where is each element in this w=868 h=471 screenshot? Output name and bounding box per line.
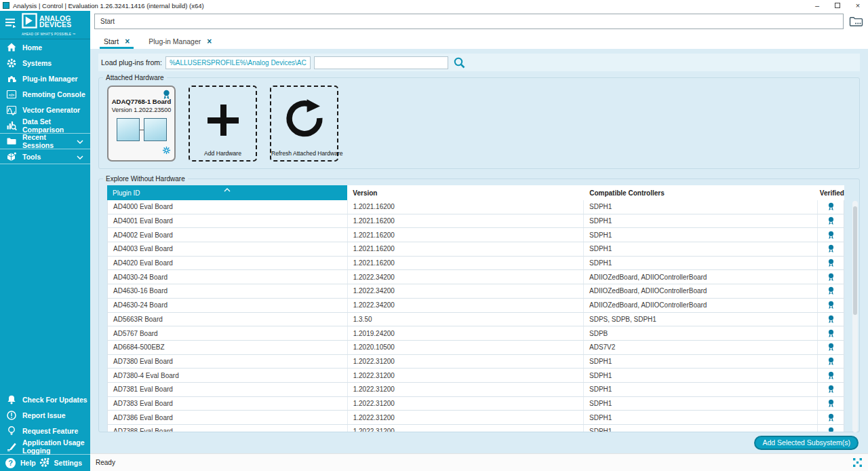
hamburger-menu-icon[interactable] xyxy=(4,17,18,31)
table-row[interactable]: AD6684-500EBZ 1.2020.10500 ADS7V2 xyxy=(107,341,844,355)
column-label: Plugin ID xyxy=(113,189,140,197)
sidebar-item-check-for-updates[interactable]: Check For Updates xyxy=(0,392,90,407)
sidebar-item-report-issue[interactable]: Report Issue xyxy=(0,407,90,423)
column-header-verified[interactable]: Verified xyxy=(818,185,844,200)
table-row[interactable]: AD7383 Eval Board 1.2022.31200 SDPH1 xyxy=(107,397,844,411)
verified-badge xyxy=(818,257,844,270)
sidebar-item-systems[interactable]: Systems xyxy=(0,55,90,71)
column-label: Version xyxy=(353,189,377,197)
cell-version: 1.2022.31200 xyxy=(348,369,584,382)
cell-controllers: SDPH1 xyxy=(584,242,818,256)
sidebar-item-request-feature[interactable]: Request Feature xyxy=(0,423,90,438)
table-row[interactable]: AD5767 Board 1.2019.24200 SDPB xyxy=(107,326,844,341)
sidebar-item-label: Vector Generator xyxy=(22,106,80,114)
cell-version: 1.2022.31200 xyxy=(348,397,584,411)
column-header-plugin-id[interactable]: Plugin ID xyxy=(107,185,347,200)
app-window: Analysis | Control | Evaluation 1.26.324… xyxy=(0,0,868,471)
add-hardware-label: Add Hardware xyxy=(190,150,256,157)
logging-pen-icon xyxy=(5,440,17,452)
search-button[interactable] xyxy=(453,56,466,69)
sidebar-item-vector-generator[interactable]: Vector Generator xyxy=(0,102,90,117)
table-row[interactable]: AD4020 Eval Board 1.2021.16200 SDPH1 xyxy=(107,257,844,271)
browse-folder-button[interactable] xyxy=(848,14,864,29)
verified-ribbon-icon xyxy=(827,286,835,295)
device-chips-graphic xyxy=(108,118,174,141)
cell-plugin-id: AD4030-24 Board xyxy=(108,270,348,284)
verified-ribbon-icon xyxy=(827,216,835,225)
minimize-button[interactable]: – xyxy=(807,0,827,11)
chart-magnifier-icon xyxy=(5,119,17,131)
refresh-attached-hardware-card[interactable]: Refresh Attached Hardware xyxy=(270,86,338,162)
resize-grip-icon[interactable] xyxy=(852,457,863,468)
sort-ascending-icon xyxy=(224,186,231,193)
close-icon[interactable]: × xyxy=(207,38,212,45)
table-row[interactable]: AD4630-24 Board 1.2022.34200 ADIIOZedBoa… xyxy=(107,299,844,313)
sidebar-item-label: Check For Updates xyxy=(22,396,87,404)
column-header-version[interactable]: Version xyxy=(347,185,584,200)
sidebar-item-data-set-comparison[interactable]: Data Set Comparison xyxy=(0,117,90,133)
table-row[interactable]: AD4630-16 Board 1.2022.34200 ADIIOZedBoa… xyxy=(107,284,844,299)
sidebar-item-application-usage-logging[interactable]: Application Usage Logging xyxy=(0,438,90,454)
verified-ribbon-icon xyxy=(827,244,835,253)
sidebar-item-plugin-manager[interactable]: Plug-in Manager xyxy=(0,71,90,86)
plugins-path-input[interactable] xyxy=(165,56,311,69)
breadcrumb-bar: Start xyxy=(90,11,868,31)
table-row[interactable]: AD7386 Eval Board 1.2022.31200 SDPH1 xyxy=(107,411,844,425)
help-button[interactable]: ? Help xyxy=(0,458,36,468)
explore-section-label: Explore Without Hardware xyxy=(103,175,188,183)
home-icon xyxy=(5,41,17,53)
table-row[interactable]: AD7388 Eval Board 1.2022.31200 SDPH1 xyxy=(107,425,844,432)
table-row[interactable]: AD5663R Board 1.3.50 SDPS, SDPB, SDPH1 xyxy=(107,313,844,327)
table-row[interactable]: AD4001 Eval Board 1.2021.16200 SDPH1 xyxy=(107,214,844,229)
plugins-filter-input[interactable] xyxy=(314,56,448,69)
verified-ribbon-icon xyxy=(827,301,835,309)
cell-controllers: SDPH1 xyxy=(584,257,818,270)
table-row[interactable]: AD4002 Eval Board 1.2021.16200 SDPH1 xyxy=(107,228,844,242)
table-scrollbar[interactable] xyxy=(852,201,858,432)
scrollbar-thumb[interactable] xyxy=(853,206,857,315)
add-hardware-card[interactable]: Add Hardware xyxy=(189,86,257,162)
device-card-version: Version 1.2022.23500 xyxy=(108,107,174,113)
table-row[interactable]: AD4000 Eval Board 1.2021.16200 SDPH1 xyxy=(107,200,844,214)
verified-badge xyxy=(818,214,844,228)
verified-ribbon-icon xyxy=(827,329,835,338)
table-row[interactable]: AD7381 Eval Board 1.2022.31200 SDPH1 xyxy=(107,383,844,397)
window-title: Analysis | Control | Evaluation 1.26.324… xyxy=(13,2,204,10)
load-plugins-label: Load plug-ins from: xyxy=(101,58,162,67)
code-console-icon: </> xyxy=(5,88,17,100)
table-row[interactable]: AD4030-24 Board 1.2022.34200 ADIIOZedBoa… xyxy=(107,270,844,284)
column-label: Verified xyxy=(820,189,844,197)
tab-plugin-manager[interactable]: Plug-in Manager × xyxy=(144,37,216,49)
attached-hardware-section: Attached Hardware ADAQ7768-1 Board Versi… xyxy=(98,74,860,169)
verified-ribbon-icon xyxy=(827,399,835,408)
settings-button[interactable]: Settings xyxy=(39,457,90,470)
table-row[interactable]: AD4003 Eval Board 1.2021.16200 SDPH1 xyxy=(107,242,844,257)
restore-button[interactable] xyxy=(827,0,848,11)
sidebar-item-label: Recent Sessions xyxy=(22,133,77,149)
device-card-adaq7768-1[interactable]: ADAQ7768-1 Board Version 1.2022.23500 xyxy=(107,86,176,162)
table-row[interactable]: AD7380 Eval Board 1.2022.31200 SDPH1 xyxy=(107,355,844,369)
refresh-icon xyxy=(285,98,324,140)
sidebar-item-recent-sessions[interactable]: Recent Sessions xyxy=(0,133,90,149)
close-button[interactable]: × xyxy=(848,0,868,11)
sidebar-item-tools[interactable]: Tools xyxy=(0,149,90,164)
explore-without-hardware-section: Explore Without Hardware Plugin ID Versi… xyxy=(98,175,860,432)
add-selected-subsystems-button[interactable]: Add Selected Subsystem(s) xyxy=(754,436,859,450)
sidebar-item-label: Remoting Console xyxy=(22,90,85,98)
lightbulb-icon xyxy=(5,425,17,436)
cell-version: 1.2020.10500 xyxy=(348,341,584,354)
cell-version: 1.2021.16200 xyxy=(348,228,584,242)
tab-start[interactable]: Start × xyxy=(100,37,134,49)
column-header-compatible-controllers[interactable]: Compatible Controllers xyxy=(584,185,818,200)
verified-badge xyxy=(818,425,844,432)
sidebar-item-remoting-console[interactable]: </> Remoting Console xyxy=(0,86,90,102)
cell-version: 1.2022.31200 xyxy=(348,411,584,424)
breadcrumb[interactable]: Start xyxy=(94,14,844,29)
cell-controllers: SDPH1 xyxy=(584,214,818,228)
table-row[interactable]: AD7380-4 Eval Board 1.2022.31200 SDPH1 xyxy=(107,369,844,383)
verified-badge xyxy=(818,369,844,382)
puzzle-icon xyxy=(5,73,17,84)
close-icon[interactable]: × xyxy=(125,38,130,45)
sidebar-item-home[interactable]: Home xyxy=(0,39,90,55)
exclamation-circle-icon xyxy=(5,409,17,421)
